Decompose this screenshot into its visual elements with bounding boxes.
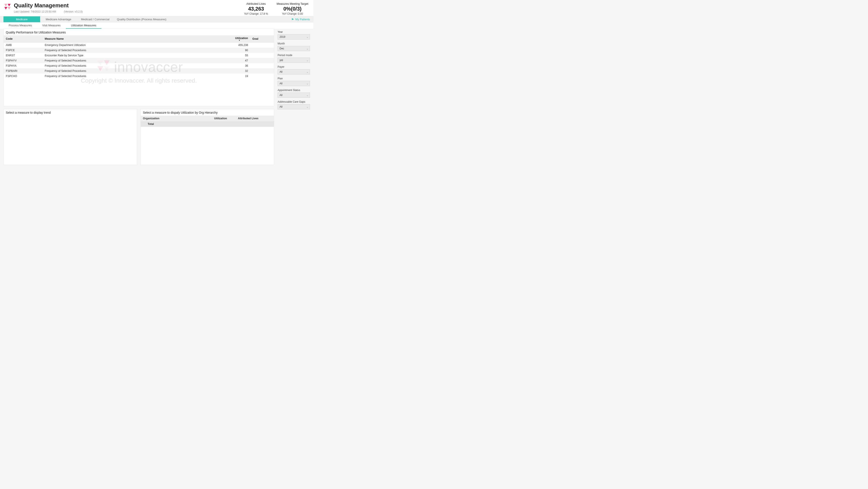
cell-measure-name: Frequency of Selected Procedures [42, 48, 228, 53]
utilization-table-card: Quality Performance for Utilization Meas… [3, 29, 274, 106]
tab-medicaid-commercial[interactable]: Medicaid / Commercial [77, 17, 114, 22]
cell-measure-name: Emergency Department Utilization [42, 42, 228, 48]
tab-process-measures[interactable]: Process Measures [3, 23, 37, 29]
filter-caregaps-value: All [280, 105, 282, 108]
tab-utilization-measures[interactable]: Utilization Measures [66, 23, 101, 29]
cell-measure-name: Frequency of Selected Procedures [42, 58, 228, 63]
cell-code: FSPHYA [4, 63, 42, 68]
filter-period-value: ytd [280, 59, 283, 62]
cell-code: ENRST [4, 53, 42, 58]
utilization-table: Code Measure Name Utilization ▼ Goal AMB… [4, 35, 274, 79]
table-row[interactable]: FSPBARIFrequency of Selected Procedures3… [4, 68, 274, 73]
app-logo-icon [3, 3, 11, 11]
col-measure-name[interactable]: Measure Name [42, 35, 228, 42]
org-total-row[interactable]: Total [141, 121, 274, 127]
stat-measures-target: Measures Meeting Target 0%(0/3) YoY Chan… [277, 2, 308, 15]
cell-measure-name: Frequency of Selected Procedures [42, 63, 228, 68]
stat-attributed-lives: Attributed Lives 43,263 YoY Change: 17.8… [244, 2, 268, 15]
cell-utilization: 90 [228, 48, 250, 53]
cell-utilization: 455,238 [228, 42, 250, 48]
trend-card-title: Select a measure to display trend [4, 109, 137, 116]
filters-panel: Year 2019 ⌵ Month Dec ⌵ Period mode ytd … [278, 29, 310, 112]
org-hierarchy-card: Select a measure to dispaly Utilization … [141, 109, 274, 165]
col-goal[interactable]: Goal [250, 35, 274, 42]
filter-year-label: Year [278, 30, 310, 33]
cell-measure-name: Frequency of Selected Procedures [42, 73, 228, 79]
cell-code: AMB [4, 42, 42, 48]
cell-measure-name: Encounter Rate by Service Type [42, 53, 228, 58]
svg-marker-1 [8, 4, 11, 6]
svg-marker-0 [4, 4, 7, 6]
filter-period-select[interactable]: ytd ⌵ [278, 58, 310, 63]
cell-measure-name: Frequency of Selected Procedures [42, 68, 228, 73]
col-organization[interactable]: Organization [141, 116, 212, 121]
col-utilization[interactable]: Utilization ▼ [228, 35, 250, 42]
my-patients-link[interactable]: ⚑ My Patients [291, 18, 310, 21]
filter-period-label: Period mode [278, 54, 310, 57]
tab-medicare[interactable]: Medicare [3, 17, 40, 22]
col-utilization-label: Utilization [235, 37, 248, 40]
chevron-down-icon: ⌵ [307, 106, 308, 108]
secondary-tabs: Process Measures Visit Measures Utilizat… [0, 23, 313, 29]
filter-payer-label: Payer [278, 65, 310, 68]
cell-goal [250, 73, 274, 79]
stat-sub: YoY Change: 0.00 [277, 12, 308, 15]
version-label: (Version: v3.2.0) [64, 10, 83, 13]
filter-year-value: 2019 [280, 35, 285, 38]
filter-caregaps-label: Addressable Care Gaps [278, 100, 310, 103]
filter-payer-value: All [280, 70, 282, 73]
org-total-label: Total [141, 121, 212, 127]
table-row[interactable]: ENRSTEncounter Rate by Service Type55 [4, 53, 274, 58]
table-row[interactable]: FSPCEFrequency of Selected Procedures90 [4, 48, 274, 53]
table-row[interactable]: FSPHYVFrequency of Selected Procedures47 [4, 58, 274, 63]
filter-payer-select[interactable]: All ⌵ [278, 69, 310, 74]
cell-code: FSPCE [4, 48, 42, 53]
chevron-down-icon: ⌵ [307, 71, 308, 73]
primary-tabs: Medicare Medicare Advantage Medicaid / C… [0, 16, 313, 23]
header: Quality Management Last Updated: 7/6/202… [0, 0, 313, 16]
filter-appointment-select[interactable]: All ⌵ [278, 93, 310, 98]
stat-label: Measures Meeting Target [277, 2, 308, 5]
trend-card: Select a measure to display trend [3, 109, 137, 165]
tab-quality-distribution[interactable]: Quality Distribution (Process Measures) [114, 17, 170, 22]
filter-plan-value: All [280, 82, 282, 85]
chevron-down-icon: ⌵ [307, 47, 308, 50]
col-attributed-lives[interactable]: Attributed Lives [236, 116, 274, 121]
cell-code: FSPCHO [4, 73, 42, 79]
tab-medicare-advantage[interactable]: Medicare Advantage [40, 17, 77, 22]
table-row[interactable]: FSPHYAFrequency of Selected Procedures36 [4, 63, 274, 68]
org-card-title: Select a measure to dispaly Utilization … [141, 109, 274, 116]
cell-goal [250, 48, 274, 53]
cell-goal [250, 58, 274, 63]
col-code[interactable]: Code [4, 35, 42, 42]
stat-sub: YoY Change: 17.8 % [244, 12, 268, 15]
stat-value: 0%(0/3) [277, 6, 308, 12]
filter-plan-select[interactable]: All ⌵ [278, 81, 310, 86]
cell-goal [250, 63, 274, 68]
cell-utilization: 32 [228, 68, 250, 73]
filter-month-select[interactable]: Dec ⌵ [278, 46, 310, 51]
chevron-down-icon: ⌵ [307, 83, 308, 85]
tab-visit-measures[interactable]: Visit Measures [37, 23, 66, 29]
page-title: Quality Management [14, 2, 83, 9]
svg-marker-2 [4, 7, 7, 9]
filter-appointment-value: All [280, 94, 282, 97]
chevron-down-icon: ⌵ [307, 36, 308, 38]
table-row[interactable]: AMBEmergency Department Utilization455,2… [4, 42, 274, 48]
cell-utilization: 19 [228, 73, 250, 79]
cell-code: FSPHYV [4, 58, 42, 63]
stat-label: Attributed Lives [244, 2, 268, 5]
last-updated-label: Last Updated: 7/6/2022 12:25:50 AM [14, 10, 56, 13]
filter-year-select[interactable]: 2019 ⌵ [278, 34, 310, 39]
table-row[interactable]: FSPCHOFrequency of Selected Procedures19 [4, 73, 274, 79]
filter-appointment-label: Appointment Status [278, 89, 310, 92]
cell-code: FSPBARI [4, 68, 42, 73]
my-patients-label: My Patients [295, 18, 310, 21]
sort-desc-icon: ▼ [231, 40, 248, 41]
cell-utilization: 47 [228, 58, 250, 63]
col-org-utilization[interactable]: Utilization [212, 116, 236, 121]
filter-month-value: Dec [280, 47, 284, 50]
filter-caregaps-select[interactable]: All ⌵ [278, 104, 310, 109]
card-title: Quality Performance for Utilization Meas… [4, 29, 274, 35]
stat-value: 43,263 [244, 6, 268, 12]
